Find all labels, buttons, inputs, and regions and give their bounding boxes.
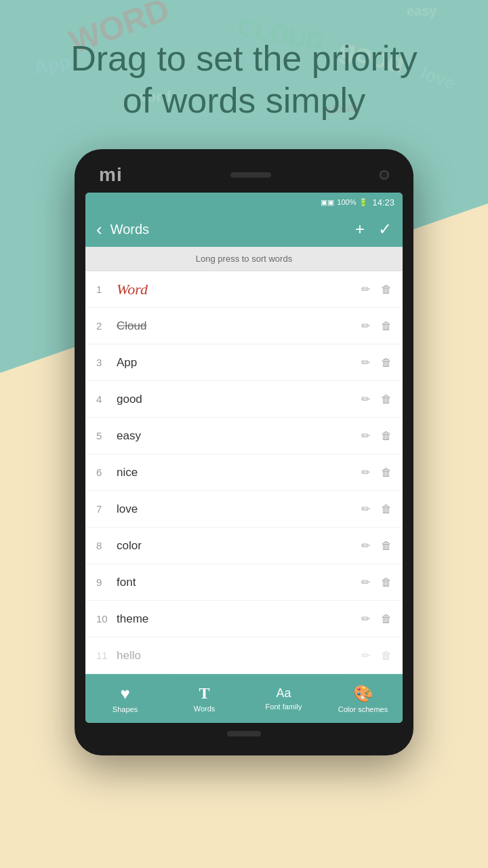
font-family-icon: Aa [276, 686, 291, 701]
status-icons: ▣▣ 100% 🔋 [321, 198, 368, 207]
word-actions: ✏ 🗑 [361, 539, 392, 552]
status-signal: ▣▣ [321, 198, 334, 207]
bottom-navigation: ♥ Shapes T Words Aa Font family 🎨 Color … [85, 674, 403, 723]
delete-word-button[interactable]: 🗑 [381, 503, 392, 515]
word-number: 10 [96, 613, 117, 625]
back-button[interactable]: ‹ [96, 219, 102, 240]
word-number: 2 [96, 320, 117, 332]
table-row: 7 love ✏ 🗑 [85, 491, 403, 528]
edit-word-button[interactable]: ✏ [361, 612, 370, 625]
hero-title-line1: Drag to set the priority [0, 37, 488, 79]
nav-label-color-schemes: Color schemes [338, 705, 388, 713]
word-number: 4 [96, 393, 117, 405]
sort-hint-bar: Long press to sort words [85, 247, 403, 271]
app-header: ‹ Words + ✓ [85, 212, 403, 247]
word-actions: ✏ 🗑 [361, 356, 392, 369]
word-number: 9 [96, 576, 117, 588]
add-word-button[interactable]: + [355, 220, 365, 239]
word-actions: ✏ 🗑 [361, 576, 392, 589]
nav-item-words[interactable]: T Words [165, 674, 244, 723]
word-number: 1 [96, 283, 117, 295]
table-row: 8 color ✏ 🗑 [85, 528, 403, 564]
word-number: 11 [96, 650, 117, 661]
phone-device: mi ▣▣ 100% 🔋 14:23 ‹ Words + ✓ [75, 149, 413, 755]
color-schemes-icon: 🎨 [353, 684, 373, 703]
edit-word-button[interactable]: ✏ [361, 539, 370, 552]
table-row: 11 hello ✏ 🗑 [85, 637, 403, 674]
status-time: 14:23 [372, 197, 394, 208]
table-row: 1 Word ✏ 🗑 [85, 271, 403, 308]
word-text: easy [117, 429, 361, 443]
phone-screen: ▣▣ 100% 🔋 14:23 ‹ Words + ✓ Long press t… [85, 193, 403, 723]
word-actions: ✏ 🗑 [361, 319, 392, 332]
phone-bottom-chrome [85, 723, 403, 745]
word-actions: ✏ 🗑 [361, 502, 392, 515]
hero-title-line2: of words simply [0, 79, 488, 121]
edit-word-button[interactable]: ✏ [361, 319, 370, 332]
nav-item-font-family[interactable]: Aa Font family [244, 674, 323, 723]
word-number: 5 [96, 430, 117, 441]
phone-speaker [230, 172, 271, 178]
word-text: App [117, 356, 361, 370]
nav-item-shapes[interactable]: ♥ Shapes [85, 674, 165, 723]
table-row: 2 Cloud ✏ 🗑 [85, 308, 403, 344]
word-text: good [117, 393, 361, 406]
confirm-button[interactable]: ✓ [378, 220, 392, 239]
shapes-icon: ♥ [120, 684, 129, 703]
edit-word-button[interactable]: ✏ [361, 283, 370, 296]
nav-label-shapes: Shapes [113, 705, 138, 713]
nav-label-font-family: Font family [266, 703, 302, 711]
page-title: Words [110, 222, 355, 237]
edit-word-button[interactable]: ✏ [361, 393, 370, 406]
edit-word-button[interactable]: ✏ [361, 649, 370, 662]
word-text: Cloud [117, 319, 361, 333]
phone-top-chrome: mi [85, 160, 403, 193]
delete-word-button[interactable]: 🗑 [381, 283, 392, 296]
word-actions: ✏ 🗑 [361, 466, 392, 479]
delete-word-button[interactable]: 🗑 [381, 320, 392, 332]
table-row: 3 App ✏ 🗑 [85, 344, 403, 381]
table-row: 4 good ✏ 🗑 [85, 381, 403, 418]
nav-item-color-schemes[interactable]: 🎨 Color schemes [323, 674, 403, 723]
status-bar: ▣▣ 100% 🔋 14:23 [85, 193, 403, 212]
table-row: 9 font ✏ 🗑 [85, 564, 403, 601]
word-number: 7 [96, 503, 117, 515]
delete-word-button[interactable]: 🗑 [381, 540, 392, 552]
edit-word-button[interactable]: ✏ [361, 356, 370, 369]
delete-word-button[interactable]: 🗑 [381, 357, 392, 369]
edit-word-button[interactable]: ✏ [361, 429, 370, 442]
word-list[interactable]: 1 Word ✏ 🗑 2 Cloud ✏ 🗑 [85, 271, 403, 674]
table-row: 5 easy ✏ 🗑 [85, 418, 403, 454]
table-row: 10 theme ✏ 🗑 [85, 601, 403, 637]
table-row: 6 nice ✏ 🗑 [85, 454, 403, 491]
sort-hint-text: Long press to sort words [196, 254, 292, 264]
word-text: hello [117, 649, 361, 663]
word-actions: ✏ 🗑 [361, 393, 392, 406]
battery-icon: 🔋 [359, 198, 368, 207]
delete-word-button[interactable]: 🗑 [381, 613, 392, 625]
edit-word-button[interactable]: ✏ [361, 466, 370, 479]
delete-word-button[interactable]: 🗑 [381, 576, 392, 589]
word-number: 3 [96, 357, 117, 368]
status-battery-text: 100% [337, 198, 356, 206]
word-number: 8 [96, 540, 117, 551]
edit-word-button[interactable]: ✏ [361, 502, 370, 515]
phone-camera [380, 170, 389, 180]
word-actions: ✏ 🗑 [361, 283, 392, 296]
delete-word-button[interactable]: 🗑 [381, 467, 392, 479]
word-text: theme [117, 612, 361, 626]
delete-word-button[interactable]: 🗑 [381, 393, 392, 406]
word-number: 6 [96, 467, 117, 478]
word-actions: ✏ 🗑 [361, 429, 392, 442]
delete-word-button[interactable]: 🗑 [381, 430, 392, 442]
delete-word-button[interactable]: 🗑 [381, 650, 392, 662]
edit-word-button[interactable]: ✏ [361, 576, 370, 589]
phone-frame: mi ▣▣ 100% 🔋 14:23 ‹ Words + ✓ [75, 149, 413, 755]
word-text: font [117, 576, 361, 589]
word-text: love [117, 502, 361, 516]
home-button[interactable] [227, 731, 261, 736]
word-actions: ✏ 🗑 [361, 612, 392, 625]
word-text: nice [117, 466, 361, 479]
word-actions: ✏ 🗑 [361, 649, 392, 662]
word-text: color [117, 539, 361, 553]
